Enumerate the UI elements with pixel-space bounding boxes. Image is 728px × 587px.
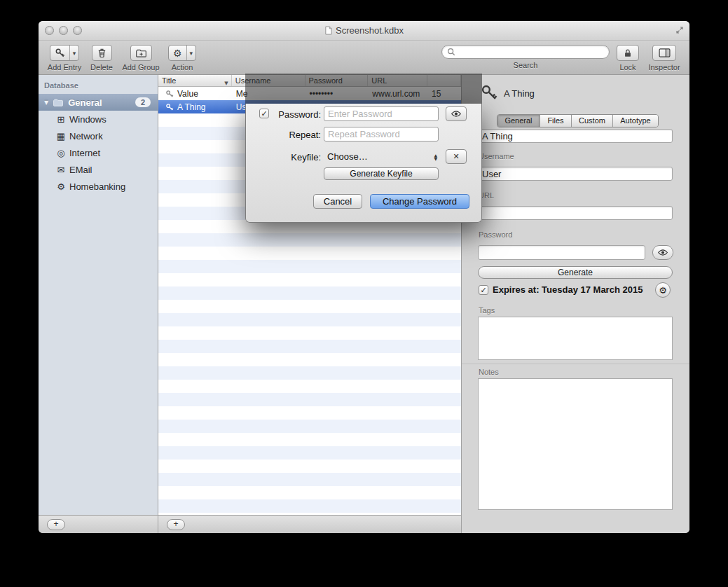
action-button[interactable]: ⚙▾ — [168, 45, 196, 61]
new-password-input[interactable] — [324, 106, 439, 121]
search-icon — [447, 48, 455, 56]
keyfile-popup[interactable]: Choose… ▲▼ — [324, 149, 439, 164]
document-icon — [324, 26, 332, 35]
search-input[interactable] — [441, 45, 610, 59]
expires-settings-button[interactable]: ⚙ — [655, 282, 671, 298]
tags-label: Tags — [479, 306, 495, 315]
folder-plus-icon — [131, 46, 151, 60]
inspector-button[interactable] — [652, 45, 676, 61]
notes-label: Notes — [479, 368, 499, 376]
inspector-pane: A Thing General Files Custom Autotype Us… — [461, 75, 689, 533]
toolbar: ▾ Add Entry Delete Add Group — [39, 41, 689, 75]
entry-count-badge: 2 — [135, 97, 151, 107]
eye-icon — [657, 249, 668, 256]
add-entry-button[interactable]: ▾ — [50, 45, 80, 61]
sidebar-pane: Database ▼ General 2 ⊞ Windows ▦ — [39, 75, 158, 533]
action-label: Action — [165, 63, 200, 71]
reveal-new-password-button[interactable] — [446, 106, 467, 121]
reveal-password-button[interactable] — [652, 245, 673, 260]
sidebar-item-internet[interactable]: ◎ Internet — [39, 144, 158, 161]
entry-key-icon — [480, 83, 498, 102]
inspector-label: Inspector — [647, 63, 682, 71]
change-password-button[interactable]: Change Password — [370, 194, 469, 209]
close-icon: ✕ — [453, 152, 459, 161]
keyfile-popup-value: Choose… — [324, 151, 368, 162]
internet-icon: ◎ — [55, 148, 67, 158]
chevron-down-icon[interactable]: ▾ — [186, 46, 196, 60]
sidebar-item-label: Internet — [69, 148, 100, 158]
tab-custom[interactable]: Custom — [572, 115, 613, 127]
sidebar-item-windows[interactable]: ⊞ Windows — [39, 111, 158, 127]
username-label: Username — [479, 152, 514, 160]
add-group-label: Add Group — [120, 63, 162, 71]
entry-title: Value — [177, 89, 198, 99]
sidebar-item-email[interactable]: ✉ EMail — [39, 161, 158, 178]
entry-list-bottom-bar: + — [158, 515, 461, 533]
sidebar-item-label: Network — [69, 131, 103, 141]
entry-title: A Thing — [177, 102, 205, 112]
folder-icon — [53, 98, 64, 107]
generate-password-button[interactable]: Generate — [478, 266, 673, 279]
add-entry-plus-button[interactable]: + — [167, 519, 185, 530]
key-icon — [50, 46, 69, 60]
url-field[interactable] — [478, 206, 673, 220]
sidebar-item-homebanking[interactable]: ⚙ Homebanking — [39, 178, 158, 195]
tags-field[interactable] — [478, 317, 673, 360]
sheet-password-label: Password: — [265, 109, 321, 120]
sidebar-item-label: Windows — [69, 114, 107, 125]
password-field[interactable] — [478, 245, 645, 260]
tab-files[interactable]: Files — [540, 115, 572, 127]
title-field[interactable] — [478, 129, 673, 143]
sidebar-item-label: EMail — [69, 165, 92, 175]
notes-section-divider — [462, 364, 689, 364]
trash-icon — [92, 46, 111, 60]
tab-autotype[interactable]: Autotype — [613, 115, 658, 127]
expires-checkbox[interactable]: ✓ — [479, 285, 488, 295]
gear-icon: ⚙ — [659, 285, 667, 296]
clear-keyfile-button[interactable]: ✕ — [446, 149, 467, 164]
group-outline: Database ▼ General 2 ⊞ Windows ▦ — [39, 75, 158, 515]
password-label: Password — [479, 230, 512, 239]
notes-field[interactable] — [478, 378, 673, 510]
inspector-entry-title: A Thing — [504, 88, 535, 99]
delete-button[interactable] — [92, 45, 112, 61]
inspector-tabs: General Files Custom Autotype — [497, 114, 659, 127]
desktop-background: Screenshot.kdbx ▾ Add Entry — [0, 0, 728, 587]
fullscreen-icon[interactable] — [675, 26, 684, 34]
eye-icon — [451, 110, 462, 118]
sheet-repeat-label: Repeat: — [265, 130, 321, 140]
change-password-sheet: ✓ Password: Repeat: Keyfile: Choose… ▲▼ … — [245, 74, 482, 223]
cancel-button[interactable]: Cancel — [313, 194, 362, 209]
column-header-title[interactable]: Title▼ — [158, 75, 232, 86]
windows-icon: ⊞ — [55, 114, 67, 125]
tab-general[interactable]: General — [497, 115, 540, 127]
lock-label: Lock — [614, 63, 642, 71]
popup-arrows-icon: ▲▼ — [434, 153, 439, 160]
add-group-button[interactable] — [130, 45, 152, 61]
titlebar[interactable]: Screenshot.kdbx — [39, 21, 689, 41]
sidebar-group-label: General — [68, 97, 102, 108]
search-label: Search — [441, 61, 610, 69]
chevron-down-icon[interactable]: ▾ — [69, 46, 79, 60]
key-icon — [165, 90, 174, 98]
network-icon: ▦ — [55, 131, 67, 141]
username-field[interactable] — [478, 167, 673, 181]
app-window: Screenshot.kdbx ▾ Add Entry — [39, 21, 689, 533]
homebanking-icon: ⚙ — [55, 181, 67, 192]
sort-indicator-icon: ▼ — [224, 78, 228, 89]
lock-button[interactable] — [617, 45, 639, 61]
repeat-password-input[interactable] — [324, 127, 439, 141]
sidebar-group-general[interactable]: ▼ General 2 — [39, 94, 158, 111]
expires-label: Expires at: Tuesday 17 March 2015 — [493, 284, 643, 295]
email-icon: ✉ — [55, 165, 67, 175]
inspector-panel-icon — [654, 46, 675, 60]
sheet-keyfile-label: Keyfile: — [265, 152, 321, 163]
sidebar-header: Database — [39, 75, 158, 90]
gear-icon: ⚙ — [169, 46, 186, 60]
disclosure-triangle-icon[interactable]: ▼ — [44, 99, 48, 106]
sidebar-item-network[interactable]: ▦ Network — [39, 127, 158, 144]
delete-label: Delete — [89, 63, 114, 71]
sidebar-bottom-bar: + — [39, 515, 158, 533]
add-group-plus-button[interactable]: + — [47, 519, 65, 530]
generate-keyfile-button[interactable]: Generate Keyfile — [324, 167, 439, 180]
